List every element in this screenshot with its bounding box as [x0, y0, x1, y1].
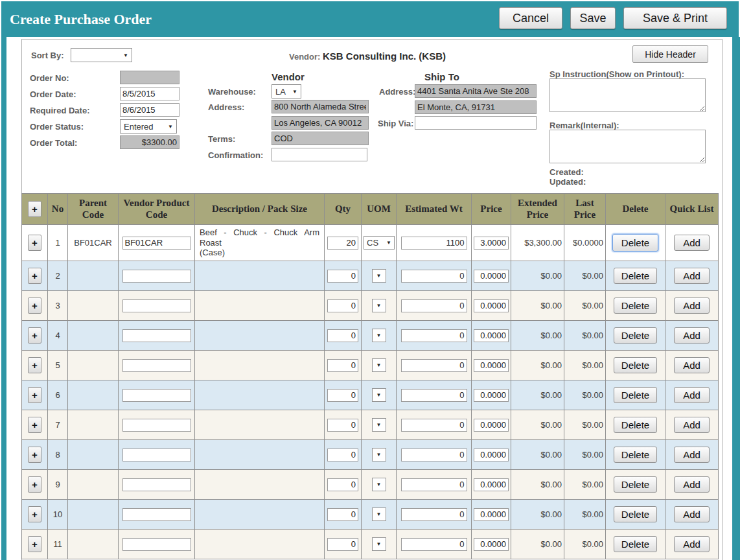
expand-row-button[interactable]: + — [28, 298, 41, 314]
vendor-product-code-input[interactable] — [122, 299, 191, 312]
qty-input[interactable] — [327, 508, 358, 521]
vendor-product-code-input[interactable] — [122, 538, 191, 551]
delete-row-button[interactable]: Delete — [614, 327, 657, 344]
quick-list-add-button[interactable]: Add — [674, 506, 710, 522]
expand-row-button[interactable]: + — [28, 447, 41, 463]
estimated-wt-input[interactable] — [401, 329, 467, 342]
price-input[interactable] — [474, 237, 509, 250]
vendor-product-code-input[interactable] — [122, 389, 191, 402]
estimated-wt-input[interactable] — [401, 449, 467, 461]
qty-input[interactable] — [327, 389, 358, 402]
save-and-print-button[interactable]: Save & Print — [623, 7, 727, 29]
uom-select[interactable]: ▼ — [372, 329, 386, 342]
estimated-wt-input[interactable] — [401, 270, 467, 283]
expand-all-button[interactable]: + — [28, 201, 41, 217]
price-input[interactable] — [474, 419, 509, 432]
quick-list-add-button[interactable]: Add — [674, 357, 710, 373]
expand-row-button[interactable]: + — [28, 357, 41, 373]
warehouse-select[interactable]: LA ▼ — [272, 84, 301, 99]
delete-row-button[interactable]: Delete — [614, 417, 657, 433]
expand-row-button[interactable]: + — [28, 536, 41, 552]
uom-select[interactable]: ▼ — [372, 418, 386, 432]
delete-row-button[interactable]: Delete — [614, 387, 657, 403]
uom-select[interactable]: ▼ — [372, 478, 386, 491]
qty-input[interactable] — [327, 449, 358, 461]
qty-input[interactable] — [327, 270, 358, 283]
estimated-wt-input[interactable] — [401, 538, 467, 551]
vendor-product-code-input[interactable] — [122, 329, 191, 342]
price-input[interactable] — [474, 329, 509, 342]
order-status-select[interactable]: Entered ▼ — [120, 119, 177, 134]
delete-row-button[interactable]: Delete — [612, 234, 658, 251]
price-input[interactable] — [474, 538, 509, 551]
confirmation-field[interactable] — [272, 148, 367, 161]
vendor-product-code-input[interactable] — [122, 270, 191, 283]
estimated-wt-input[interactable] — [401, 478, 467, 491]
price-input[interactable] — [474, 449, 509, 461]
price-input[interactable] — [474, 359, 509, 372]
uom-select[interactable]: ▼ — [372, 537, 386, 551]
quick-list-add-button[interactable]: Add — [674, 536, 710, 552]
expand-row-button[interactable]: + — [28, 327, 41, 344]
estimated-wt-input[interactable] — [401, 299, 467, 312]
qty-input[interactable] — [327, 478, 358, 491]
vendor-product-code-input[interactable] — [122, 419, 191, 432]
sp-instruction-textarea[interactable] — [549, 78, 706, 112]
quick-list-add-button[interactable]: Add — [674, 327, 710, 344]
vendor-product-code-input[interactable] — [122, 478, 191, 491]
delete-row-button[interactable]: Delete — [614, 447, 657, 463]
uom-select[interactable]: CS▼ — [364, 236, 395, 250]
estimated-wt-input[interactable] — [401, 359, 467, 372]
estimated-wt-input[interactable] — [401, 419, 467, 432]
quick-list-add-button[interactable]: Add — [674, 235, 710, 251]
uom-select[interactable]: ▼ — [372, 358, 386, 372]
qty-input[interactable] — [327, 359, 358, 372]
vendor-product-code-input[interactable] — [122, 359, 191, 372]
expand-row-button[interactable]: + — [28, 417, 41, 433]
delete-row-button[interactable]: Delete — [614, 536, 657, 552]
uom-select[interactable]: ▼ — [372, 448, 386, 461]
vendor-product-code-input[interactable] — [122, 449, 191, 461]
quick-list-add-button[interactable]: Add — [674, 298, 710, 314]
expand-row-button[interactable]: + — [28, 235, 41, 251]
quick-list-add-button[interactable]: Add — [674, 417, 710, 433]
uom-select[interactable]: ▼ — [372, 388, 386, 402]
price-input[interactable] — [474, 508, 509, 521]
uom-select[interactable]: ▼ — [372, 269, 386, 283]
delete-row-button[interactable]: Delete — [614, 357, 657, 373]
remark-textarea[interactable] — [549, 130, 706, 163]
delete-row-button[interactable]: Delete — [614, 268, 657, 284]
hide-header-button[interactable]: Hide Header — [632, 45, 708, 63]
expand-row-button[interactable]: + — [28, 506, 41, 522]
required-date-field[interactable] — [120, 103, 179, 117]
price-input[interactable] — [474, 299, 509, 312]
price-input[interactable] — [474, 389, 509, 402]
ship-via-field[interactable] — [415, 116, 537, 130]
delete-row-button[interactable]: Delete — [614, 298, 657, 314]
uom-select[interactable]: ▼ — [372, 299, 386, 312]
qty-input[interactable] — [327, 419, 358, 432]
cancel-button[interactable]: Cancel — [499, 7, 562, 29]
expand-row-button[interactable]: + — [28, 476, 41, 493]
sort-by-select[interactable]: ▼ — [71, 48, 132, 62]
qty-input[interactable] — [327, 237, 358, 250]
quick-list-add-button[interactable]: Add — [674, 268, 710, 284]
expand-row-button[interactable]: + — [28, 268, 41, 284]
delete-row-button[interactable]: Delete — [614, 506, 657, 522]
quick-list-add-button[interactable]: Add — [674, 476, 710, 493]
estimated-wt-input[interactable] — [401, 508, 467, 521]
quick-list-add-button[interactable]: Add — [674, 447, 710, 463]
qty-input[interactable] — [327, 299, 358, 312]
qty-input[interactable] — [327, 538, 358, 551]
order-date-field[interactable] — [120, 87, 179, 100]
estimated-wt-input[interactable] — [401, 389, 467, 402]
vendor-product-code-input[interactable] — [122, 237, 191, 250]
estimated-wt-input[interactable] — [401, 237, 467, 250]
uom-select[interactable]: ▼ — [372, 508, 386, 521]
delete-row-button[interactable]: Delete — [614, 476, 657, 493]
expand-row-button[interactable]: + — [28, 387, 41, 403]
quick-list-add-button[interactable]: Add — [674, 387, 710, 403]
vendor-product-code-input[interactable] — [122, 508, 191, 521]
price-input[interactable] — [474, 270, 509, 283]
price-input[interactable] — [474, 478, 509, 491]
